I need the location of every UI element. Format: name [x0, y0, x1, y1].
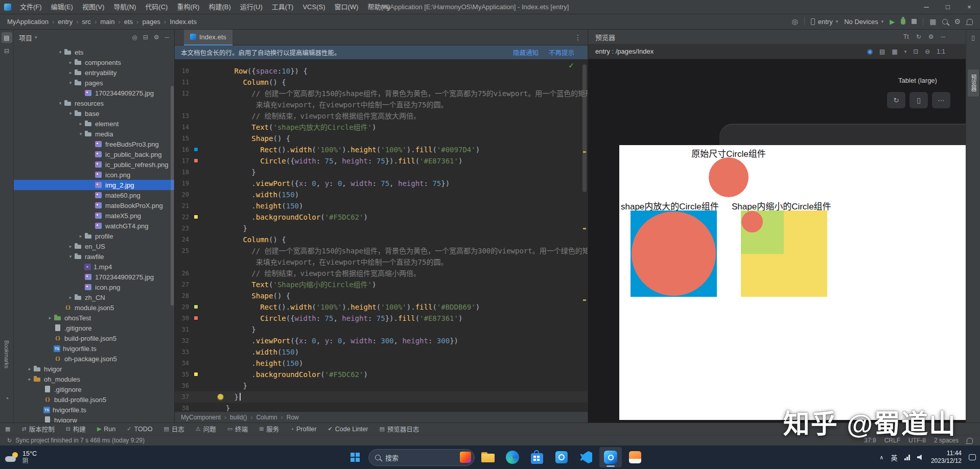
hide-previewer-icon[interactable]: ─: [941, 33, 945, 40]
tree-item[interactable]: ▾pages: [14, 78, 174, 88]
menu-item[interactable]: 工具(T): [267, 0, 298, 14]
project-toolwindow-icon[interactable]: ▤: [2, 32, 12, 43]
more-options-button[interactable]: ⋯: [932, 92, 950, 108]
chevron-down-icon[interactable]: ▾: [904, 49, 907, 54]
code-line[interactable]: 19.viewPort({x: 0, y: 0, width: 75, heig…: [175, 178, 588, 189]
code-line[interactable]: 33.width(150): [175, 346, 588, 358]
tree-item[interactable]: ▸ohosTest: [14, 313, 174, 323]
chevron-expanded-icon[interactable]: ▾: [57, 101, 64, 106]
menu-item[interactable]: 重构(R): [172, 0, 204, 14]
tree-item[interactable]: {}build-profile.json5: [14, 333, 174, 343]
code-line[interactable]: 12// 创建一个宽高都为150的shape组件，背景色为黄色，一个宽高都为75…: [175, 88, 588, 99]
tree-item[interactable]: mateX5.png: [14, 210, 174, 221]
hide-panel-icon[interactable]: ─: [165, 34, 169, 41]
tree-item[interactable]: {}module.json5: [14, 302, 174, 313]
device-preview-icon[interactable]: ◎: [792, 18, 798, 25]
code-line[interactable]: 25// 创建一个宽高都为150的shape组件，背景色为黄色，一个宽高都为30…: [175, 245, 588, 256]
previewer-toolwindow-tab[interactable]: 预览器: [968, 69, 979, 97]
breadcrumb-item[interactable]: entry: [58, 18, 73, 26]
code-line[interactable]: 28Shape() {: [175, 290, 588, 301]
intention-bulb-icon[interactable]: [218, 394, 223, 400]
layers-icon[interactable]: ▤: [879, 48, 885, 55]
notifications-bell-icon[interactable]: [967, 19, 973, 24]
breadcrumb-item[interactable]: Index.ets: [170, 18, 197, 26]
chevron-collapsed-icon[interactable]: ▸: [67, 70, 74, 75]
tool-window-button[interactable]: ▤日志: [164, 424, 184, 434]
tree-item[interactable]: {}oh-package.json5: [14, 354, 174, 364]
close-button[interactable]: ×: [959, 0, 980, 14]
menu-item[interactable]: 代码(C): [141, 0, 172, 14]
chevron-collapsed-icon[interactable]: ▸: [26, 366, 33, 371]
code-line[interactable]: 来填充viewport，在viewport中绘制一个直径为75的圆。: [175, 99, 588, 110]
tray-expand-icon[interactable]: ∧: [879, 454, 883, 461]
device-frame-button[interactable]: ▯: [909, 92, 928, 108]
chevron-collapsed-icon[interactable]: ▸: [77, 233, 84, 239]
code-area[interactable]: ✓ 10Row({space:10}) {11Column() {12// 创建…: [175, 59, 588, 411]
tree-item[interactable]: ▸hvigor: [14, 364, 174, 374]
run-config-selector[interactable]: entry ▾: [811, 18, 838, 26]
tree-item[interactable]: 1702344909275.jpg: [14, 88, 174, 98]
menu-item[interactable]: 构建(B): [204, 0, 235, 14]
code-line[interactable]: 26// 绘制结束，viewport会根据组件宽高缩小两倍。: [175, 268, 588, 279]
volume-icon[interactable]: [917, 455, 924, 460]
breadcrumb-item[interactable]: build(): [230, 414, 247, 421]
hide-notification-link[interactable]: 隐藏通知: [513, 48, 539, 57]
tree-item[interactable]: watchGT4.png: [14, 221, 174, 231]
network-icon[interactable]: [904, 455, 910, 460]
code-line[interactable]: 21.height(150): [175, 200, 588, 212]
panel-settings-icon[interactable]: ⚙: [154, 34, 159, 41]
run-button[interactable]: ▶: [890, 18, 895, 26]
tree-item[interactable]: ▾media: [14, 129, 174, 139]
previewer-settings-icon[interactable]: ⚙: [928, 33, 934, 40]
zoom-out-icon[interactable]: ⊖: [925, 48, 930, 55]
tree-item[interactable]: ▸profile: [14, 231, 174, 241]
event-log-bell-icon[interactable]: [967, 438, 973, 443]
tool-window-button[interactable]: ▭终端: [227, 424, 248, 434]
frame-icon[interactable]: ⊡: [913, 48, 918, 55]
zoom-level-label[interactable]: 1:1: [937, 48, 945, 55]
code-line[interactable]: 23}: [175, 223, 588, 234]
breadcrumb-item[interactable]: MyApplication: [7, 18, 49, 26]
chevron-collapsed-icon[interactable]: ▸: [67, 244, 74, 249]
tool-window-button[interactable]: ✔Code Linter: [328, 426, 368, 433]
tree-item[interactable]: TShvigorfile.ts: [14, 343, 174, 354]
breadcrumb-item[interactable]: MyComponent: [181, 414, 221, 421]
structure-toolwindow-icon[interactable]: ⊟: [2, 45, 12, 56]
color-swatch[interactable]: [194, 147, 198, 152]
collapse-all-icon[interactable]: ⊟: [143, 34, 148, 41]
grid-view-icon[interactable]: ▦: [892, 48, 897, 55]
code-line[interactable]: 11Column() {: [175, 77, 588, 88]
tree-item[interactable]: mateBookProX.png: [14, 200, 174, 210]
chevron-expanded-icon[interactable]: ▾: [67, 80, 74, 85]
code-line[interactable]: 35.backgroundColor('#F5DC62'): [175, 369, 588, 380]
chevron-collapsed-icon[interactable]: ▸: [46, 315, 54, 320]
tree-item[interactable]: freeBudsPro3.png: [14, 139, 174, 149]
target-device-selector[interactable]: No Devices ▾: [844, 18, 883, 26]
maximize-button[interactable]: □: [937, 0, 959, 14]
chevron-collapsed-icon[interactable]: ▸: [67, 295, 74, 300]
code-line[interactable]: 29Rect().width('100%').height('100%').fi…: [175, 301, 588, 313]
rotate-device-button[interactable]: ↻: [887, 92, 905, 108]
device-manager-icon[interactable]: ▯: [968, 32, 978, 43]
tree-scrollbar[interactable]: [171, 86, 174, 306]
color-swatch[interactable]: [194, 158, 198, 163]
tool-window-button[interactable]: ◔Profiler: [290, 426, 316, 433]
tool-window-button[interactable]: ⇄版本控制: [21, 424, 54, 434]
debug-button[interactable]: [901, 18, 905, 25]
tree-item[interactable]: ▸en_US: [14, 241, 174, 251]
code-line[interactable]: 17Circle({width: 75, height: 75}).fill('…: [175, 155, 588, 167]
tree-item[interactable]: ▸oh_modules: [14, 374, 174, 384]
menu-item[interactable]: 视图(V): [78, 0, 109, 14]
tree-item[interactable]: ▸zh_CN: [14, 292, 174, 302]
chevron-expanded-icon[interactable]: ▾: [57, 50, 64, 55]
code-line[interactable]: 31}: [175, 324, 588, 335]
breadcrumb-item[interactable]: main: [100, 18, 114, 26]
color-swatch[interactable]: [194, 215, 198, 219]
tree-item[interactable]: .gitignore: [14, 384, 174, 394]
code-line[interactable]: 13// 绘制结束，viewport会根据组件宽高放大两倍。: [175, 110, 588, 122]
tree-item[interactable]: ▸entryability: [14, 67, 174, 78]
locate-file-icon[interactable]: ◎: [132, 34, 137, 41]
dont-show-again-link[interactable]: 不再提示: [549, 48, 574, 57]
menu-item[interactable]: 编辑(E): [46, 0, 78, 14]
color-swatch[interactable]: [194, 372, 198, 377]
